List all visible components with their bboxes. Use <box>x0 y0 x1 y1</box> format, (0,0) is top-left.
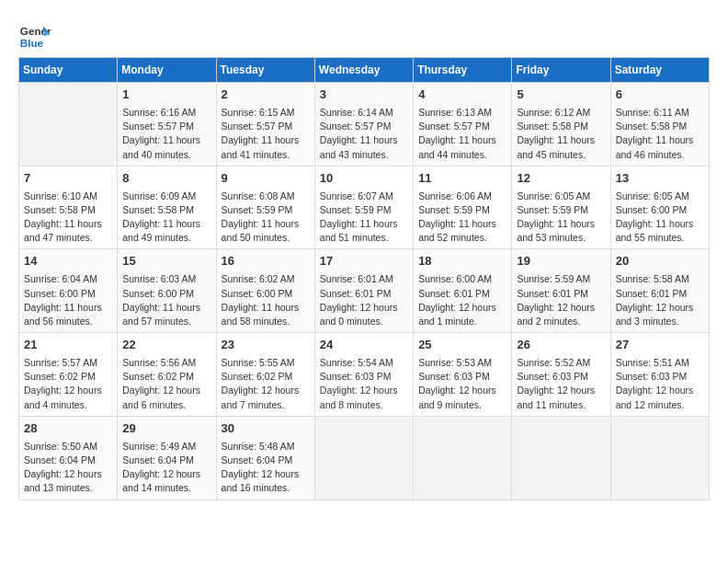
day-cell <box>19 83 118 167</box>
header: General Blue <box>18 18 710 52</box>
day-info: and 13 minutes. <box>24 481 112 495</box>
day-number: 20 <box>616 253 704 270</box>
logo-icon: General Blue <box>18 18 51 52</box>
day-info: Sunset: 6:00 PM <box>24 287 112 301</box>
day-cell: 25Sunrise: 5:53 AMSunset: 6:03 PMDayligh… <box>414 333 512 417</box>
week-row-4: 21Sunrise: 5:57 AMSunset: 6:02 PMDayligh… <box>19 333 710 417</box>
day-info: Sunrise: 5:58 AM <box>616 272 704 286</box>
day-info: Sunrise: 6:05 AM <box>517 190 605 203</box>
day-info: Sunrise: 6:00 AM <box>418 272 506 286</box>
day-info: Sunset: 5:57 PM <box>320 120 408 133</box>
day-info: and 41 minutes. <box>222 148 310 162</box>
day-info: Sunset: 5:58 PM <box>122 203 210 217</box>
day-cell: 30Sunrise: 5:48 AMSunset: 6:04 PMDayligh… <box>216 416 314 500</box>
svg-text:Blue: Blue <box>20 37 44 49</box>
day-info: and 9 minutes. <box>418 398 506 412</box>
day-cell: 17Sunrise: 6:01 AMSunset: 6:01 PMDayligh… <box>314 249 413 333</box>
day-info: and 40 minutes. <box>122 148 210 162</box>
week-row-5: 28Sunrise: 5:50 AMSunset: 6:04 PMDayligh… <box>19 416 710 500</box>
day-info: Sunset: 6:04 PM <box>122 454 210 467</box>
day-cell <box>414 416 512 500</box>
day-info: Daylight: 12 hours <box>418 384 506 397</box>
day-info: Daylight: 11 hours <box>320 217 408 231</box>
day-info: Daylight: 11 hours <box>24 217 112 231</box>
day-number: 6 <box>616 86 704 104</box>
day-info: Daylight: 11 hours <box>616 217 704 231</box>
day-info: Daylight: 12 hours <box>122 467 210 481</box>
day-info: Sunrise: 6:07 AM <box>320 190 408 203</box>
header-cell-wednesday: Wednesday <box>314 58 413 83</box>
day-cell: 18Sunrise: 6:00 AMSunset: 6:01 PMDayligh… <box>414 249 512 333</box>
day-info: Daylight: 12 hours <box>24 384 112 397</box>
day-info: Daylight: 12 hours <box>517 301 605 315</box>
day-cell: 27Sunrise: 5:51 AMSunset: 6:03 PMDayligh… <box>610 333 709 417</box>
day-info: Daylight: 11 hours <box>122 301 210 315</box>
day-info: Sunset: 6:03 PM <box>418 370 506 384</box>
day-info: Sunset: 6:03 PM <box>320 370 408 384</box>
day-number: 2 <box>222 86 310 104</box>
day-info: Sunset: 6:02 PM <box>122 370 210 384</box>
day-info: Sunset: 5:58 PM <box>24 203 112 217</box>
day-number: 9 <box>222 170 310 188</box>
day-info: and 57 minutes. <box>122 315 210 328</box>
day-info: Daylight: 12 hours <box>320 301 408 315</box>
calendar-header: SundayMondayTuesdayWednesdayThursdayFrid… <box>19 58 710 83</box>
day-number: 11 <box>418 170 506 188</box>
day-number: 18 <box>418 253 506 270</box>
day-info: Sunrise: 6:14 AM <box>320 106 408 120</box>
day-info: and 50 minutes. <box>222 231 310 245</box>
day-info: and 47 minutes. <box>24 231 112 245</box>
day-number: 13 <box>616 170 704 188</box>
day-info: Sunset: 6:01 PM <box>517 287 605 301</box>
day-cell <box>314 416 413 500</box>
day-info: Sunrise: 6:12 AM <box>517 106 605 120</box>
day-info: Sunrise: 6:11 AM <box>616 106 704 120</box>
day-number: 17 <box>320 253 408 270</box>
day-cell: 12Sunrise: 6:05 AMSunset: 5:59 PMDayligh… <box>512 166 610 249</box>
day-number: 22 <box>122 337 210 354</box>
day-cell: 8Sunrise: 6:09 AMSunset: 5:58 PMDaylight… <box>118 166 216 249</box>
day-info: Sunset: 6:02 PM <box>222 370 310 384</box>
day-info: Sunset: 6:04 PM <box>24 454 112 467</box>
day-cell: 23Sunrise: 5:55 AMSunset: 6:02 PMDayligh… <box>216 333 314 417</box>
day-info: and 16 minutes. <box>222 481 310 495</box>
day-info: and 1 minute. <box>418 315 506 328</box>
day-info: Sunrise: 5:59 AM <box>517 272 605 286</box>
day-info: Daylight: 11 hours <box>418 217 506 231</box>
day-number: 5 <box>517 86 605 104</box>
header-row: SundayMondayTuesdayWednesdayThursdayFrid… <box>19 58 710 83</box>
day-info: Sunrise: 6:10 AM <box>24 190 112 203</box>
day-info: and 0 minutes. <box>320 315 408 328</box>
day-info: Sunset: 5:59 PM <box>517 203 605 217</box>
day-number: 30 <box>222 420 310 438</box>
day-info: and 14 minutes. <box>122 481 210 495</box>
day-cell: 1Sunrise: 6:16 AMSunset: 5:57 PMDaylight… <box>118 83 216 167</box>
day-info: and 6 minutes. <box>122 398 210 412</box>
day-cell: 19Sunrise: 5:59 AMSunset: 6:01 PMDayligh… <box>512 249 610 333</box>
day-info: Sunrise: 6:13 AM <box>418 106 506 120</box>
day-info: Daylight: 12 hours <box>418 301 506 315</box>
day-cell: 5Sunrise: 6:12 AMSunset: 5:58 PMDaylight… <box>512 83 610 167</box>
day-cell: 10Sunrise: 6:07 AMSunset: 5:59 PMDayligh… <box>314 166 413 249</box>
day-info: Daylight: 12 hours <box>122 384 210 397</box>
day-info: Daylight: 11 hours <box>24 301 112 315</box>
day-number: 1 <box>122 86 210 104</box>
day-info: and 11 minutes. <box>517 398 605 412</box>
day-info: Daylight: 12 hours <box>222 384 310 397</box>
day-info: Daylight: 12 hours <box>517 384 605 397</box>
day-info: Sunset: 6:00 PM <box>222 287 310 301</box>
day-info: Sunset: 5:59 PM <box>418 203 506 217</box>
logo: General Blue <box>18 18 55 52</box>
calendar-body: 1Sunrise: 6:16 AMSunset: 5:57 PMDaylight… <box>19 83 710 500</box>
day-info: Sunrise: 5:55 AM <box>222 356 310 370</box>
day-info: Daylight: 11 hours <box>122 133 210 147</box>
day-info: Sunset: 5:57 PM <box>122 120 210 133</box>
day-number: 14 <box>24 253 112 270</box>
day-info: Sunset: 6:01 PM <box>320 287 408 301</box>
day-info: Daylight: 11 hours <box>222 133 310 147</box>
day-info: Sunrise: 5:48 AM <box>222 440 310 454</box>
day-info: Daylight: 12 hours <box>24 467 112 481</box>
day-cell: 6Sunrise: 6:11 AMSunset: 5:58 PMDaylight… <box>610 83 709 167</box>
day-number: 3 <box>320 86 408 104</box>
day-info: and 4 minutes. <box>24 398 112 412</box>
